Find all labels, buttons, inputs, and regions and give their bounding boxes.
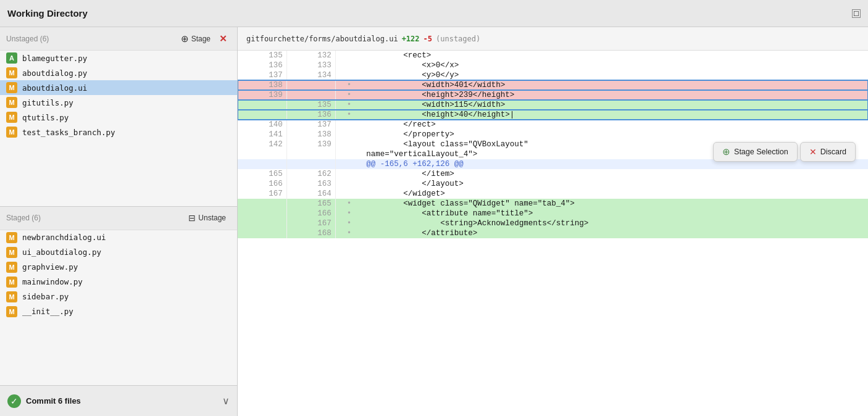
list-item[interactable]: M qtutils.py: [0, 110, 237, 125]
line-dot: [335, 130, 362, 139]
line-num-old: 136: [238, 60, 286, 70]
line-num-old: 139: [238, 90, 286, 100]
line-num-old: [238, 209, 286, 218]
line-num-new: 134: [286, 70, 335, 80]
commit-bar[interactable]: ✓ Commit 6 files ∨: [0, 385, 237, 416]
list-item[interactable]: M test_tasks_branch.py: [0, 125, 237, 139]
line-content: <height>239</height>: [362, 90, 867, 100]
list-item[interactable]: M aboutdialog.ui: [0, 80, 237, 95]
diff-row-removed: 139 • <height>239</height>: [238, 90, 868, 100]
line-num-new: 168: [286, 228, 335, 238]
window-title: Working Directory: [7, 8, 88, 19]
file-badge-modified: M: [6, 277, 17, 288]
stage-button[interactable]: ⊕ Stage: [176, 31, 215, 46]
file-badge-modified: M: [6, 67, 17, 78]
line-dot: •: [335, 100, 362, 110]
list-item[interactable]: M graphview.py: [0, 260, 237, 275]
unstage-icon: ⊟: [188, 213, 196, 223]
list-item[interactable]: M newbranchdialog.ui: [0, 230, 237, 245]
line-dot: [335, 70, 362, 80]
line-num-old: 165: [238, 169, 286, 179]
list-item[interactable]: A blamegutter.py: [0, 51, 237, 65]
restore-icon: □: [854, 9, 859, 18]
line-dot: •: [335, 80, 362, 90]
line-content: </attribute>: [362, 228, 867, 238]
diff-row-removed: 138 • <width>401</width>: [238, 80, 868, 90]
line-num-new: 165: [286, 199, 335, 209]
unstage-button[interactable]: ⊟ Unstage: [183, 211, 231, 225]
line-content: <x>0</x>: [362, 60, 867, 70]
diff-row-added: 165 • <widget class="QWidget" name="tab_…: [238, 199, 868, 209]
stage-selection-icon: ⊕: [722, 146, 730, 157]
file-name: newbranchdialog.ui: [22, 233, 106, 242]
file-name: aboutdialog.ui: [22, 83, 87, 93]
list-item[interactable]: M aboutdialog.py: [0, 65, 237, 80]
discard-icon: ✕: [809, 147, 817, 157]
diff-status: (unstaged): [436, 35, 480, 43]
line-num-old: 142: [238, 139, 286, 149]
chevron-down-icon: ∨: [222, 396, 230, 406]
line-dot: •: [335, 110, 362, 120]
staged-header: Staged (6) ⊟ Unstage: [0, 207, 237, 230]
line-dot: [335, 149, 362, 159]
line-num-old: [238, 218, 286, 228]
line-dot: •: [335, 90, 362, 100]
stage-selection-button[interactable]: ⊕ Stage Selection: [713, 142, 798, 162]
file-name: graphview.py: [22, 262, 78, 272]
list-item[interactable]: M __init__.py: [0, 304, 237, 319]
discard-all-button[interactable]: ✕: [215, 31, 231, 46]
staged-file-list: M newbranchdialog.ui M ui_aboutdialog.py…: [0, 230, 237, 386]
file-name: __init__.py: [22, 307, 73, 316]
line-dot: [335, 169, 362, 179]
line-content: <attribute name="title">: [362, 209, 867, 218]
diff-row: 166 163 </layout>: [238, 179, 868, 189]
line-content: </item>: [362, 169, 867, 179]
line-num-new: 166: [286, 209, 335, 218]
list-item[interactable]: M gitutils.py: [0, 95, 237, 110]
commit-chevron-button[interactable]: ∨: [222, 395, 230, 407]
commit-check-icon: ✓: [7, 394, 21, 408]
diff-header: gitfourchette/forms/aboutdialog.ui +122 …: [238, 27, 868, 51]
line-num-old: [238, 199, 286, 209]
file-badge-modified: M: [6, 291, 17, 302]
file-name: aboutdialog.py: [22, 69, 87, 78]
line-dot: [335, 120, 362, 130]
diff-row: 140 137 </rect>: [238, 120, 868, 130]
file-badge-modified: M: [6, 232, 17, 243]
line-num-old: [238, 159, 286, 169]
line-num-new: 135: [286, 100, 335, 110]
list-item[interactable]: M mainwindow.py: [0, 275, 237, 289]
line-num-new: [286, 149, 335, 159]
line-num-old: [238, 149, 286, 159]
window-icon[interactable]: □: [852, 9, 861, 18]
file-name: gitutils.py: [22, 98, 73, 107]
title-bar: Working Directory □: [0, 0, 868, 27]
line-num-old: 137: [238, 70, 286, 80]
line-content: </layout>: [362, 179, 867, 189]
diff-content[interactable]: ⊕ Stage Selection ✕ Discard 135 132: [238, 51, 868, 416]
file-name: sidebar.py: [22, 292, 69, 301]
line-content: </rect>: [362, 120, 867, 130]
file-name: mainwindow.py: [22, 277, 83, 286]
diff-row: 167 164 </widget>: [238, 189, 868, 199]
list-item[interactable]: M ui_aboutdialog.py: [0, 245, 237, 260]
line-num-new: [286, 80, 335, 90]
line-dot: [335, 60, 362, 70]
line-num-old: 166: [238, 179, 286, 189]
line-num-new: 162: [286, 169, 335, 179]
line-num-old: 167: [238, 189, 286, 199]
file-badge-modified: M: [6, 127, 17, 138]
popup-buttons: ⊕ Stage Selection ✕ Discard: [713, 142, 856, 162]
line-num-old: [238, 100, 286, 110]
discard-button[interactable]: ✕ Discard: [800, 142, 856, 162]
diff-added-count: +122: [402, 35, 420, 43]
file-badge-modified: M: [6, 82, 17, 93]
unstaged-label: Unstaged (6): [6, 35, 176, 43]
line-num-new: 163: [286, 179, 335, 189]
line-content: </property>: [362, 130, 867, 139]
line-num-new: [286, 159, 335, 169]
diff-row: 165 162 </item>: [238, 169, 868, 179]
list-item[interactable]: M sidebar.py: [0, 289, 237, 304]
diff-removed-count: -5: [424, 35, 432, 43]
line-num-old: 138: [238, 80, 286, 90]
